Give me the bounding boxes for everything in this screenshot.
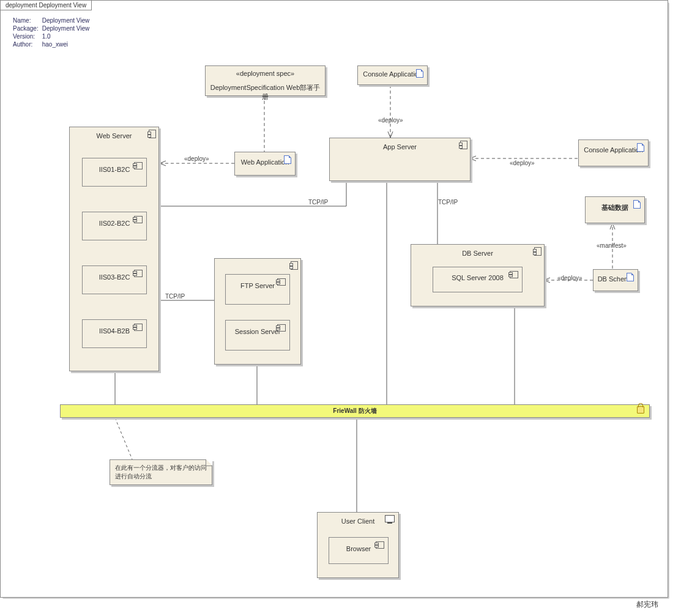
document-icon [627, 273, 634, 281]
deployment-spec-name: DeploymentSpecification Web部署手册 [206, 83, 325, 108]
console-app-right-artifact[interactable]: Console Application [578, 139, 649, 166]
page: deployment Deployment View Name:Deployme… [0, 0, 681, 616]
component-icon [134, 162, 143, 169]
lock-icon [637, 406, 644, 414]
node-icon [291, 261, 298, 270]
splitter-note: 在此有一个分流器，对客户的访问进行自动分流 [110, 459, 212, 485]
deploy-label-2: «deploy» [378, 117, 403, 124]
db-server-title: DB Server [411, 245, 544, 257]
component-icon [277, 324, 286, 332]
web-application-artifact[interactable]: Web Application [234, 152, 296, 176]
console-app-top-artifact[interactable]: Console Application [357, 65, 428, 85]
firewall-boundary[interactable]: FrieWall 防火墙 [60, 404, 650, 418]
diagram-canvas: «deployment spec» DeploymentSpecificatio… [1, 1, 668, 597]
tcpip-label-3: TCP/IP [165, 293, 185, 300]
manifest-label: «manifest» [597, 242, 627, 249]
component-icon [510, 271, 518, 278]
deploy-label-4: «deploy» [557, 275, 582, 281]
node-icon [460, 141, 467, 149]
session-server-component[interactable]: Session Server [225, 320, 290, 351]
user-client-node[interactable]: User Client Browser [317, 512, 399, 578]
browser-component[interactable]: Browser [329, 537, 389, 564]
component-icon [134, 216, 143, 223]
deployment-spec-artifact[interactable]: «deployment spec» DeploymentSpecificatio… [205, 65, 326, 96]
iis03-component[interactable]: IIS03-B2C [82, 265, 147, 294]
tcpip-label-1: TCP/IP [308, 199, 328, 206]
iis04-component[interactable]: IIS04-B2B [82, 319, 147, 348]
splitter-note-text: 在此有一个分流器，对客户的访问进行自动分流 [115, 464, 207, 480]
base-data-artifact[interactable]: 基础数据 [585, 196, 645, 223]
iis01-component[interactable]: IIS01-B2C [82, 158, 147, 187]
iis02-component[interactable]: IIS02-B2C [82, 212, 147, 240]
deploy-label-3: «deploy» [510, 160, 535, 166]
node-icon [149, 130, 156, 138]
component-icon [134, 270, 143, 277]
sql-server-component[interactable]: SQL Server 2008 [433, 267, 523, 292]
document-icon [284, 155, 291, 164]
component-icon [134, 324, 143, 331]
component-icon [277, 278, 286, 286]
node-icon [534, 247, 541, 256]
tcpip-label-2: TCP/IP [438, 199, 458, 206]
author-signature: 郝宪玮 [636, 599, 658, 610]
diagram-frame: deployment Deployment View Name:Deployme… [0, 0, 668, 598]
ftp-session-node[interactable]: FTP Server Session Server [214, 258, 301, 365]
ftp-server-component[interactable]: FTP Server [225, 274, 290, 305]
deploy-label-1: «deploy» [184, 155, 209, 162]
web-server-title: Web Server [70, 127, 158, 139]
app-server-node[interactable]: App Server [329, 138, 471, 181]
deployment-spec-stereo: «deployment spec» [206, 66, 325, 83]
document-icon [416, 69, 423, 78]
db-schema-artifact[interactable]: DB Schema [593, 269, 638, 291]
db-server-node[interactable]: DB Server SQL Server 2008 [411, 244, 545, 306]
app-server-title: App Server [330, 138, 470, 150]
svg-line-6 [115, 418, 132, 459]
document-icon [637, 143, 644, 152]
web-server-node[interactable]: Web Server IIS01-B2C IIS02-B2C IIS03-B2C… [69, 127, 159, 371]
screen-icon [385, 515, 395, 522]
document-icon [633, 200, 641, 209]
firewall-label: FrieWall 防火墙 [61, 405, 649, 415]
component-icon [376, 541, 384, 549]
